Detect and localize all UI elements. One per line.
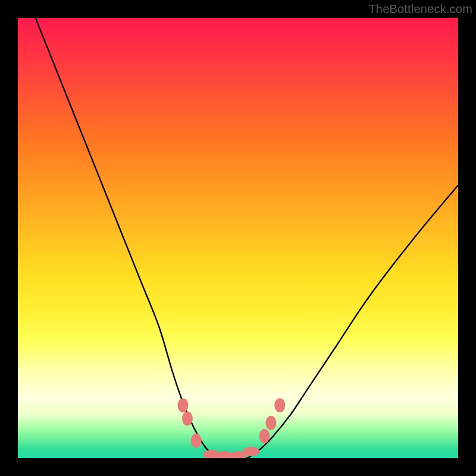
bottleneck-curve bbox=[36, 18, 458, 458]
marker-dot bbox=[266, 416, 277, 430]
marker-dot bbox=[259, 429, 270, 443]
marker-dot bbox=[178, 398, 189, 412]
attribution-label: TheBottleneck.com bbox=[368, 2, 472, 16]
marker-dot bbox=[191, 433, 202, 447]
marker-dot bbox=[243, 447, 259, 456]
plot-area bbox=[18, 18, 458, 458]
marker-dot bbox=[274, 398, 285, 412]
marker-dot bbox=[182, 411, 193, 425]
curve-svg bbox=[18, 18, 458, 458]
chart-frame: TheBottleneck.com bbox=[0, 0, 476, 476]
